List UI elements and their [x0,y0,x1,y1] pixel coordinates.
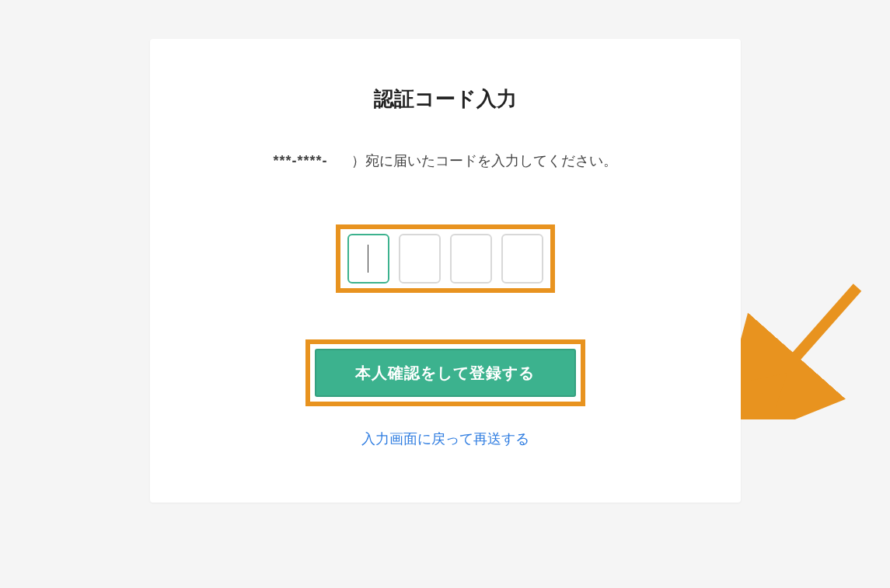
page-title: 認証コード入力 [181,85,710,113]
resend-link[interactable]: 入力画面に戻って再送する [181,430,710,448]
code-digit-1[interactable] [347,234,389,284]
code-digit-4[interactable] [501,234,543,284]
instruction-text: ***-****-）宛に届いたコードを入力してください。 [181,151,710,170]
masked-phone: ***-****- [273,153,327,169]
submit-button[interactable]: 本人確認をして登録する [315,349,576,397]
verification-card: 認証コード入力 ***-****-）宛に届いたコードを入力してください。 本人確… [150,39,741,503]
code-digit-2[interactable] [399,234,441,284]
text-cursor [368,245,368,273]
code-digit-3[interactable] [450,234,492,284]
arrow-annotation-icon [741,272,873,419]
instruction-suffix: ）宛に届いたコードを入力してください。 [351,153,617,169]
code-input-highlight [336,224,555,293]
svg-line-1 [768,287,857,388]
svg-marker-2 [750,373,787,408]
submit-button-highlight: 本人確認をして登録する [305,339,585,406]
